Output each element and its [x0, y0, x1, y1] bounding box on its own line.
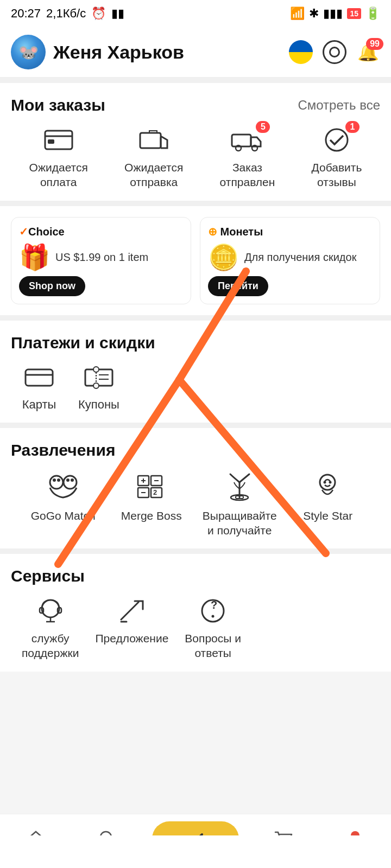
country-flag[interactable] — [289, 40, 313, 64]
payments-title: Платежи и скидки — [11, 334, 155, 352]
merge-boss-item[interactable]: 2 Merge Boss — [110, 470, 193, 538]
svg-rect-10 — [26, 369, 53, 386]
svg-rect-12 — [85, 369, 112, 386]
grow-get-item[interactable]: Выращивайтеи получайте — [198, 470, 281, 538]
payments-header: Платежи и скидки — [11, 334, 380, 352]
add-review-label: Добавитьотзывы — [312, 160, 362, 190]
divider-4 — [0, 423, 391, 428]
orders-title: Мои заказы — [11, 96, 105, 114]
coins-button[interactable]: Перейти — [208, 276, 268, 296]
merge-boss-icon: 2 — [133, 470, 171, 503]
header-left: 🐭 Женя Харьков — [11, 35, 184, 69]
status-right: 📶 ✱ ▮▮▮ 15 🔋 — [290, 7, 380, 21]
order-add-review[interactable]: 1 Добавитьотзывы — [312, 125, 362, 190]
services-title: Сервисы — [11, 567, 85, 585]
orders-section: Мои заказы Смотреть все Ожидаетсяоплата … — [0, 83, 391, 201]
faq-label: Вопросы иответы — [185, 631, 241, 661]
grow-get-label: Выращивайтеи получайте — [203, 508, 277, 538]
coupons-item[interactable]: Купоны — [78, 363, 119, 412]
settings-button[interactable] — [323, 40, 346, 64]
svg-text:?: ? — [211, 599, 217, 611]
coins-emoji: 🪙 — [208, 242, 239, 272]
divider-1 — [0, 78, 391, 83]
svg-point-23 — [71, 478, 74, 482]
system-nav — [0, 835, 391, 868]
svg-point-14 — [93, 367, 99, 372]
suggestion-icon — [115, 596, 149, 626]
choice-badge: ✓Choice — [19, 225, 183, 238]
choice-button[interactable]: Shop now — [19, 276, 85, 296]
coins-badge: ⊕ Монеты — [208, 225, 372, 238]
entertainment-section: Развлечения GoGo Match 2 Merge Boss Выра… — [0, 428, 391, 549]
faq-item[interactable]: ? Вопросы иответы — [185, 596, 241, 661]
svg-point-38 — [42, 600, 59, 617]
style-star-item[interactable]: Style Star — [287, 470, 370, 538]
services-header: Сервисы — [11, 567, 380, 585]
avatar[interactable]: 🐭 — [11, 35, 46, 69]
divider-3 — [0, 315, 391, 321]
cards-item[interactable]: Карты — [22, 363, 56, 412]
svg-line-43 — [121, 602, 138, 620]
cards-icon — [22, 363, 56, 392]
svg-point-20 — [53, 478, 56, 482]
merge-boss-label: Merge Boss — [121, 508, 182, 523]
notification-badge: 99 — [366, 38, 383, 50]
svg-point-36 — [324, 481, 326, 484]
time: 20:27 — [11, 7, 41, 21]
notification-wrapper[interactable]: 🔔 99 — [356, 40, 380, 64]
signal-bars-icon: ▮▮▮ — [323, 7, 343, 21]
grow-get-icon — [220, 470, 258, 503]
awaiting-payment-label: Ожидаетсяоплата — [29, 160, 88, 190]
speed: 2,1Кб/с — [46, 7, 86, 21]
gogo-match-label: GoGo Match — [31, 508, 96, 523]
bluetooth-icon: ✱ — [309, 7, 319, 21]
entertainment-title: Развлечения — [11, 441, 115, 459]
promo-section: ✓Choice 🎁 US $1.99 on 1 item Shop now ⊕ … — [0, 206, 391, 315]
battery-icon: 🔋 — [365, 7, 380, 21]
alarm-icon: ⏰ — [91, 7, 106, 21]
svg-point-35 — [320, 475, 335, 490]
add-review-icon: 1 — [319, 125, 354, 155]
status-bar: 20:27 2,1Кб/с ⏰ ▮▮ 📶 ✱ ▮▮▮ 15 🔋 — [0, 0, 391, 27]
suggestion-item[interactable]: Предложение — [95, 596, 168, 661]
order-awaiting-shipment[interactable]: Ожидаетсяотправка — [124, 125, 183, 190]
order-shipped[interactable]: 5 Заказотправлен — [220, 125, 275, 190]
view-all-link[interactable]: Смотреть все — [298, 98, 380, 113]
svg-point-18 — [50, 476, 63, 489]
support-item[interactable]: службуподдержки — [22, 596, 79, 661]
svg-point-19 — [64, 476, 77, 489]
bottom-spacer — [0, 672, 391, 737]
orders-header: Мои заказы Смотреть все — [11, 96, 380, 114]
services-section: Сервисы службуподдержки Предложение ? Во… — [0, 554, 391, 672]
payments-grid: Карты Купоны — [11, 363, 380, 412]
payments-section: Платежи и скидки Карты Купоны — [0, 321, 391, 423]
awaiting-shipment-icon — [136, 125, 171, 155]
coupons-icon — [81, 363, 116, 392]
gogo-match-icon — [44, 470, 82, 503]
awaiting-shipment-label: Ожидаетсяотправка — [124, 160, 183, 190]
shipped-icon: 5 — [230, 125, 264, 155]
support-icon — [33, 596, 68, 626]
choice-promo-card[interactable]: ✓Choice 🎁 US $1.99 on 1 item Shop now — [11, 217, 191, 304]
choice-body: 🎁 US $1.99 on 1 item — [19, 242, 183, 272]
signal-icon: ▮▮ — [111, 7, 124, 21]
svg-rect-3 — [140, 133, 161, 148]
cards-label: Карты — [22, 398, 56, 412]
awaiting-payment-icon — [41, 125, 76, 155]
choice-text: US $1.99 on 1 item — [55, 250, 183, 264]
gogo-match-item[interactable]: GoGo Match — [22, 470, 105, 538]
svg-point-15 — [93, 383, 99, 388]
settings-icon — [329, 47, 340, 58]
divider-5 — [0, 548, 391, 554]
faq-icon: ? — [195, 596, 230, 626]
coins-promo-card[interactable]: ⊕ Монеты 🪙 Для получения скидок Перейти — [200, 217, 380, 304]
order-awaiting-payment[interactable]: Ожидаетсяоплата — [29, 125, 88, 190]
svg-rect-2 — [48, 139, 54, 144]
divider-2 — [0, 201, 391, 206]
entertainment-grid: GoGo Match 2 Merge Boss Выращивайтеи пол… — [11, 470, 380, 538]
support-label: службуподдержки — [22, 631, 79, 661]
svg-point-47 — [212, 615, 215, 618]
username: Женя Харьков — [53, 42, 184, 63]
choice-emoji: 🎁 — [19, 242, 50, 272]
svg-point-9 — [326, 129, 348, 151]
